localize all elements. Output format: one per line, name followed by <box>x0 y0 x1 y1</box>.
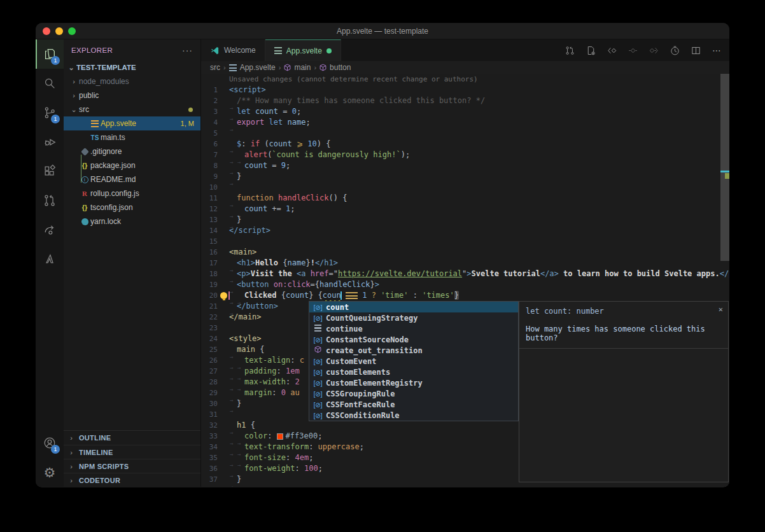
zoom-window-button[interactable] <box>68 27 76 35</box>
tree-item-public[interactable]: ›public <box>64 88 200 102</box>
sidebar-panel-codetour[interactable]: ›CODETOUR <box>64 473 200 487</box>
suggest-item-create_out_transition[interactable]: create_out_transition <box>309 345 518 356</box>
line-number[interactable]: 27 <box>201 366 229 377</box>
code-line-17[interactable]: 17<h1>Hello {name}!</h1> <box>201 258 729 269</box>
line-number[interactable]: 24 <box>201 333 229 344</box>
css-color-swatch[interactable] <box>277 433 283 440</box>
line-number[interactable]: 14 <box>201 225 229 236</box>
tree-item-package-json[interactable]: {}package.json <box>64 158 200 172</box>
explorer-more-actions[interactable]: ··· <box>182 45 193 55</box>
suggest-item-customelementregistry[interactable]: [⊘]CustomElementRegistry <box>309 377 518 388</box>
code-line-1[interactable]: 1<script> <box>201 85 729 95</box>
line-number[interactable]: 23 <box>201 323 229 333</box>
code-line-19[interactable]: 19<button on:click={handleClick}> <box>201 279 729 290</box>
more-actions-button[interactable]: ⋯ <box>709 43 724 58</box>
lightbulb-icon[interactable] <box>220 292 227 299</box>
open-changes-button[interactable] <box>583 43 598 58</box>
code-line-8[interactable]: 8count = 9; <box>201 160 729 171</box>
code-line-4[interactable]: 4export let name; <box>201 117 729 128</box>
activity-explorer[interactable]: 1 <box>36 39 64 69</box>
code-line-9[interactable]: 9} <box>201 171 729 182</box>
suggest-item-countqueuingstrategy[interactable]: [⊘]CountQueuingStrategy <box>309 312 518 323</box>
file-history-button[interactable] <box>667 43 682 58</box>
tree-item-app-svelte[interactable]: App.svelte1, M <box>64 116 200 130</box>
code-line-10[interactable]: 10 <box>201 182 729 193</box>
sidebar-panel-timeline[interactable]: ›TIMELINE <box>64 445 200 459</box>
tree-item-src[interactable]: ⌄src <box>64 102 200 116</box>
activity-search[interactable] <box>36 69 64 98</box>
minimize-window-button[interactable] <box>55 27 63 35</box>
line-number[interactable]: 35 <box>201 452 229 463</box>
line-number[interactable]: 32 <box>201 420 229 431</box>
code-line-11[interactable]: 11function handleClick() { <box>201 193 729 204</box>
split-editor-button[interactable] <box>688 43 703 58</box>
tree-item-node-modules[interactable]: ›node_modules <box>64 74 200 88</box>
line-number[interactable]: 22 <box>201 312 229 323</box>
line-number[interactable]: 5 <box>201 128 229 139</box>
tree-item-rollup-config-js[interactable]: Rrollup.config.js <box>64 186 200 200</box>
line-number[interactable]: 1 <box>201 85 229 95</box>
line-number[interactable]: 37 <box>201 474 229 485</box>
tab-welcome[interactable]: Welcome <box>201 39 265 61</box>
breadcrumb-item-button[interactable]: button <box>319 63 351 72</box>
suggest-item-cssconditionrule[interactable]: [⊘]CSSConditionRule <box>309 410 518 421</box>
activity-live-share[interactable] <box>36 215 64 244</box>
code-line-6[interactable]: 6$: if (count ⩾ 10) { <box>201 139 729 150</box>
line-number[interactable]: 21 <box>201 301 229 312</box>
code-editor[interactable]: Unsaved changes (cannot determine recent… <box>201 74 729 487</box>
line-number[interactable]: 12 <box>201 204 229 214</box>
next-change-disabled-button[interactable] <box>646 43 661 58</box>
code-line-2[interactable]: 2/** How many times has someone clicked … <box>201 95 729 106</box>
code-line-5[interactable]: 5 <box>201 128 729 139</box>
line-number[interactable]: 15 <box>201 236 229 247</box>
suggest-item-cssfontfacerule[interactable]: [⊘]CSSFontFaceRule <box>309 399 518 410</box>
tab-app-svelte[interactable]: App.svelte <box>265 39 341 61</box>
suggest-item-constantsourcenode[interactable]: [⊘]ConstantSourceNode <box>309 334 518 345</box>
activity-github-pr[interactable] <box>36 186 64 215</box>
line-number[interactable]: 31 <box>201 409 229 420</box>
tree-item-main-ts[interactable]: TSmain.ts <box>64 130 200 144</box>
code-line-12[interactable]: 12count += 1; <box>201 204 729 214</box>
line-number[interactable]: 11 <box>201 193 229 204</box>
suggest-item-customelements[interactable]: [⊘]customElements <box>309 367 518 377</box>
line-number[interactable]: 17 <box>201 258 229 269</box>
tree-item-tsconfig-json[interactable]: {}tsconfig.json <box>64 200 200 214</box>
line-number[interactable]: 19 <box>201 279 229 290</box>
line-number[interactable]: 6 <box>201 139 229 150</box>
tree-item-yarn-lock[interactable]: yarn.lock <box>64 214 200 228</box>
line-number[interactable]: 29 <box>201 388 229 398</box>
code-line-15[interactable]: 15 <box>201 236 729 247</box>
breadcrumb-item-app-svelte[interactable]: App.svelte <box>229 63 276 72</box>
line-number[interactable]: 4 <box>201 117 229 128</box>
editor-scrollbar[interactable] <box>720 74 729 261</box>
sidebar-panel-npm-scripts[interactable]: ›NPM SCRIPTS <box>64 459 200 473</box>
code-line-7[interactable]: 7alert(`count is dangerously high!`); <box>201 150 729 160</box>
suggest-item-customevent[interactable]: [⊘]CustomEvent <box>309 356 518 367</box>
activity-azure[interactable] <box>36 244 64 274</box>
code-line-16[interactable]: 16<main> <box>201 247 729 258</box>
line-number[interactable]: 16 <box>201 247 229 258</box>
previous-change-disabled-button[interactable] <box>625 43 640 58</box>
code-line-18[interactable]: 18<p>Visit the <a href="https://svelte.d… <box>201 269 729 279</box>
line-number[interactable]: 18 <box>201 269 229 279</box>
activity-settings[interactable]: ⚙ <box>36 458 64 487</box>
tree-item--gitignore[interactable]: .gitignore <box>64 144 200 158</box>
line-number[interactable]: 2 <box>201 95 229 106</box>
line-number[interactable]: 8 <box>201 160 229 171</box>
previous-change-button[interactable] <box>604 43 619 58</box>
line-number[interactable]: 30 <box>201 398 229 409</box>
activity-accounts[interactable]: 1 <box>36 428 64 458</box>
line-number[interactable]: 26 <box>201 355 229 366</box>
line-number[interactable]: 33 <box>201 431 229 442</box>
activity-extensions[interactable] <box>36 157 64 186</box>
code-line-14[interactable]: 14</script> <box>201 225 729 236</box>
line-number[interactable]: 34 <box>201 442 229 452</box>
suggest-item-continue[interactable]: continue <box>309 323 518 334</box>
activity-run-debug[interactable] <box>36 127 64 157</box>
line-number[interactable]: 13 <box>201 214 229 225</box>
git-compare-button[interactable] <box>562 43 577 58</box>
breadcrumb-item-src[interactable]: src <box>210 63 220 72</box>
tree-item-readme-md[interactable]: iREADME.md <box>64 172 200 186</box>
line-number[interactable]: 28 <box>201 377 229 388</box>
line-number[interactable]: 9 <box>201 171 229 182</box>
